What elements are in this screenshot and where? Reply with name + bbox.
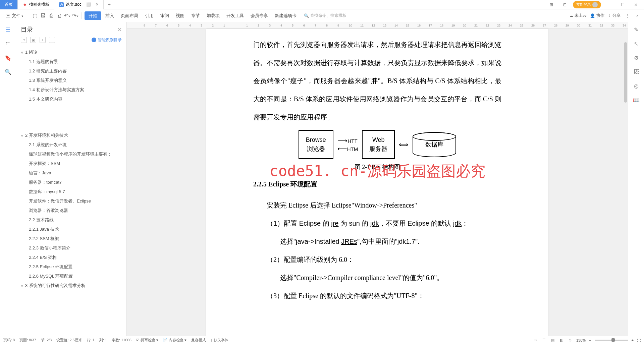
ruler[interactable]: 8765432112345678910111213141516171819202… (127, 22, 628, 29)
toc-item[interactable]: 2.1 系统的开发环境 (16, 140, 126, 150)
status-font[interactable]: T缺失字体 (211, 338, 229, 343)
fit-icon[interactable]: ⊕ (568, 338, 573, 343)
login-button[interactable]: 立即登录 (573, 1, 601, 8)
sidebar-close-icon[interactable]: ✕ (117, 26, 122, 33)
fullscreen-icon[interactable]: ⛶ (637, 338, 641, 342)
smart-toc[interactable]: 智能识别目录 (92, 37, 122, 43)
print-icon[interactable]: ⎙ (48, 12, 55, 19)
settings-icon[interactable]: ⚙ (632, 54, 640, 62)
tab-home[interactable]: 首页 (0, 0, 18, 9)
view-mode-3-icon[interactable]: ▤ (550, 338, 555, 343)
view-mode-4-icon[interactable]: ◧ (559, 338, 564, 343)
toc-tool-3[interactable]: + (40, 37, 46, 43)
pencil-icon[interactable]: ✎ (632, 25, 640, 34)
book-icon[interactable]: 📖 (632, 96, 640, 104)
folder-icon[interactable]: 🗀 (4, 40, 12, 48)
status-section[interactable]: 节: 2/3 (41, 338, 52, 343)
collab-button[interactable]: 👤协作 (590, 13, 604, 18)
tab-document[interactable]: W论文.doc⬜✕ (54, 0, 104, 9)
tab-newtab[interactable]: 新建选项卡 (272, 11, 299, 20)
undo-icon[interactable]: ↶∨ (64, 12, 71, 19)
chevron-up-icon[interactable]: ∧ (634, 12, 641, 19)
file-menu[interactable]: 三 文件 ∨ (3, 11, 26, 20)
toc: ∨1 绪论 1.1 选题的背景 1.2 研究的主要内容 1.3 系统开发的意义 … (16, 44, 126, 336)
bookmark-icon[interactable]: 🔖 (4, 54, 12, 62)
new-icon[interactable]: ▢ (32, 12, 39, 19)
cloud-status[interactable]: ☁未上云 (569, 13, 587, 18)
page[interactable]: 门的软件，首先浏览器向服务器发出请求，然后服务器处理请求把信息再返回给浏览器。不… (206, 29, 548, 336)
zoom-slider[interactable] (595, 340, 628, 341)
toc-item[interactable]: 开发框架：SSM (16, 159, 126, 168)
minimize-icon[interactable]: — (604, 0, 614, 9)
tab-review[interactable]: 审阅 (158, 11, 172, 20)
save-icon[interactable]: 🖫 (40, 12, 47, 19)
tab-ref[interactable]: 引用 (142, 11, 156, 20)
toc-item[interactable]: 语言：Java (16, 168, 126, 178)
redo-icon[interactable]: ↷∨ (72, 12, 79, 19)
more-icon[interactable]: ⋮ (624, 12, 631, 19)
status-page[interactable]: 页面: 8/37 (19, 338, 36, 343)
tab-add[interactable]: + (104, 2, 115, 8)
grid-icon[interactable]: ⊡ (559, 0, 570, 9)
tab-start[interactable]: 开始 (85, 11, 101, 20)
outline-icon[interactable]: ☰ (4, 25, 12, 34)
status-compat[interactable]: 兼容模式 (191, 338, 206, 343)
toc-item[interactable]: 2.2 技术路线 (16, 215, 126, 225)
toc-item[interactable]: 2.2.4 B/S 架构 (16, 253, 126, 262)
zoom-value[interactable]: 130% (576, 338, 586, 342)
tab-view[interactable]: 视图 (173, 11, 187, 20)
toc-item[interactable]: 2.2.1 Java 技术 (16, 225, 126, 234)
image-icon[interactable]: 🖼 (632, 68, 640, 76)
toc-item[interactable]: ∨2 开发环境和相关技术 (16, 131, 126, 140)
toc-item[interactable]: 2.2.2 SSM 框架 (16, 234, 126, 243)
toc-tool-1[interactable]: □ (21, 37, 27, 43)
ring-icon[interactable]: ◎ (632, 82, 640, 90)
toc-item[interactable]: 1.4 初步设计方法与实施方案 (16, 85, 126, 95)
toc-item[interactable]: 数据库：mysql 5.7 (16, 187, 126, 196)
scrollbar[interactable] (624, 42, 627, 103)
toc-tool-2[interactable]: ▣ (30, 37, 36, 43)
maximize-icon[interactable]: ☐ (617, 0, 628, 9)
tab-addon[interactable]: 加载项 (204, 11, 222, 20)
status-col[interactable]: 列: 1 (99, 338, 107, 343)
status-content[interactable]: 📄内容检查 ▾ (163, 338, 186, 343)
tab-chapter[interactable]: 章节 (189, 11, 203, 20)
view-mode-2-icon[interactable]: ☰ (541, 338, 547, 343)
zoom-in-icon[interactable]: + (632, 338, 634, 342)
share-button[interactable]: ⇪分享 (608, 13, 621, 18)
toc-item[interactable]: 1.2 研究的主要内容 (16, 66, 126, 76)
status-spell[interactable]: ☑拼写检查 ▾ (136, 338, 158, 343)
toc-item[interactable]: ∨3 系统的可行性研究及需求分析 (16, 281, 126, 290)
tab-layout[interactable]: 页面布局 (118, 11, 141, 20)
toc-item[interactable]: 2.2.3 微信小程序简介 (16, 243, 126, 253)
tab-insert[interactable]: 插入 (103, 11, 117, 20)
zoom-out-icon[interactable]: − (589, 338, 591, 342)
view-mode-1-icon[interactable]: ▭ (533, 338, 538, 343)
tab-templates[interactable]: ◆找稻壳模板 (18, 0, 54, 9)
close-window-icon[interactable]: ✕ (631, 0, 641, 9)
preview-icon[interactable]: 🖨 (56, 12, 63, 19)
search-box[interactable]: 🔍查找命令、搜索模板 (304, 13, 346, 18)
toc-item[interactable]: 懂球短视频微信小程序的开发环境主要有： (16, 150, 126, 159)
status-row[interactable]: 行: 1 (87, 338, 95, 343)
status-pageno[interactable]: 页码: 8 (3, 338, 15, 343)
toc-item[interactable]: 开发软件：微信开发者、Eclipse (16, 196, 126, 206)
tab-vip[interactable]: 会员专享 (248, 11, 271, 20)
cursor-icon[interactable]: ↖ (632, 40, 640, 48)
close-icon[interactable]: ✕ (96, 2, 99, 7)
tab-devtool[interactable]: 开发工具 (224, 11, 247, 20)
layout-icon[interactable]: ⊞ (546, 0, 557, 9)
status-words[interactable]: 字数: 11666 (112, 338, 131, 343)
restore-icon[interactable]: ⬜ (86, 2, 91, 7)
toc-item[interactable]: 2.2.5 Eclipse 环境配置 (16, 262, 126, 272)
toc-tool-4[interactable]: − (49, 37, 55, 43)
toc-item[interactable]: 浏览器：谷歌浏览器 (16, 206, 126, 215)
toc-item[interactable]: 1.1 选题的背景 (16, 57, 126, 66)
toc-item[interactable]: 1.3 系统开发的意义 (16, 76, 126, 85)
status-setting[interactable]: 设置值: 2.5厘米 (56, 338, 82, 343)
toc-item[interactable]: 1.5 本文研究内容 (16, 95, 126, 104)
toc-item[interactable]: 2.2.6 MySQL 环境配置 (16, 272, 126, 281)
search-rail-icon[interactable]: 🔍 (4, 68, 12, 76)
toc-item[interactable]: 服务器：tomcat7 (16, 178, 126, 187)
toc-item[interactable]: ∨1 绪论 (16, 48, 126, 57)
